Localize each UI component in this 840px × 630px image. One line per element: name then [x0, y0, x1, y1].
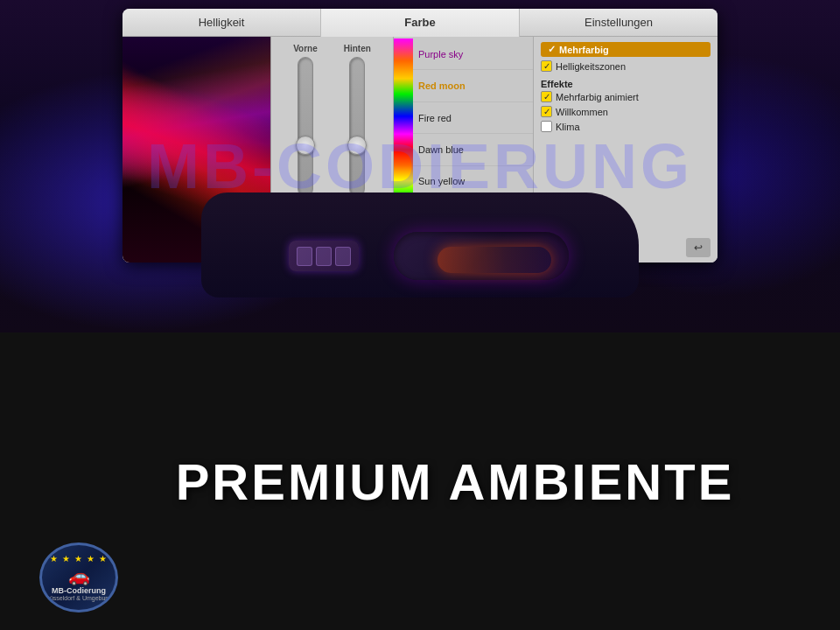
top-section: Helligkeit Farbe Einstellungen Vorne 16 — [0, 0, 840, 332]
window-btn-3[interactable] — [335, 247, 351, 266]
klima-label: Klima — [556, 122, 580, 132]
helligkeitszonen-label: Helligkeitszonen — [556, 61, 626, 72]
mehrfarbig-animiert-checkbox[interactable]: ✓ — [541, 91, 552, 102]
slider-hinten-track[interactable] — [349, 57, 365, 197]
logo-name: MB-Codierung — [52, 586, 106, 595]
willkommen-checkbox[interactable]: ✓ — [541, 106, 552, 117]
door-handle-area — [201, 192, 639, 298]
mehrfarbig-selected[interactable]: ✓ Mehrfarbig — [541, 42, 710, 57]
tab-helligkeit[interactable]: Helligkeit — [122, 9, 321, 37]
logo-stars: ★ ★ ★ ★ ★ — [50, 554, 107, 564]
slider-vorne-track[interactable] — [298, 57, 313, 197]
premium-ambiente-text: PREMIUM AMBIENTE — [176, 452, 735, 511]
door-handle — [394, 232, 569, 280]
color-item-red-moon[interactable]: Red moon — [413, 70, 533, 102]
klima-item[interactable]: Klima — [541, 121, 710, 132]
mehrfarbig-animiert-item[interactable]: ✓ Mehrfarbig animiert — [541, 91, 710, 102]
mehrfarbig-label: Mehrfarbig — [559, 45, 609, 55]
back-button[interactable]: ↩ — [686, 238, 710, 257]
color-item-fire-red[interactable]: Fire red — [413, 102, 533, 134]
slider-vorne-thumb[interactable] — [296, 136, 315, 155]
klima-checkbox[interactable] — [541, 121, 552, 132]
back-icon: ↩ — [694, 242, 703, 254]
window-btn-2[interactable] — [316, 247, 332, 266]
willkommen-item[interactable]: ✓ Willkommen — [541, 106, 710, 117]
slider-hinten-thumb[interactable] — [347, 136, 367, 155]
color-item-dawn-blue[interactable]: Dawn blue — [413, 134, 533, 165]
effekte-section-label: Effekte — [541, 79, 710, 89]
checkmark-icon: ✓ — [548, 44, 556, 55]
slider-hinten-label: Hinten — [344, 44, 371, 53]
window-controls[interactable] — [289, 241, 359, 271]
window-btn-1[interactable] — [297, 247, 312, 266]
slider-vorne-label: Vorne — [293, 44, 318, 53]
logo-subtitle: Düsseldorf & Umgebung — [46, 595, 112, 601]
door-handle-inner — [438, 247, 551, 273]
tab-einstellungen[interactable]: Einstellungen — [520, 9, 718, 37]
color-item-purple-sky[interactable]: Purple sky — [413, 38, 533, 70]
tab-farbe[interactable]: Farbe — [321, 9, 520, 37]
tab-bar: Helligkeit Farbe Einstellungen — [122, 9, 718, 37]
mehrfarbig-animiert-label: Mehrfarbig animiert — [556, 92, 639, 102]
logo-badge: ★ ★ ★ ★ ★ 🚗 MB-Codierung Düsseldorf & Um… — [26, 542, 131, 612]
logo-circle: ★ ★ ★ ★ ★ 🚗 MB-Codierung Düsseldorf & Um… — [39, 542, 118, 612]
helligkeitszonen-item[interactable]: ✓ Helligkeitszonen — [541, 60, 710, 72]
car-icon: 🚗 — [68, 565, 90, 586]
helligkeitszonen-checkbox[interactable]: ✓ — [541, 60, 552, 72]
willkommen-label: Willkommen — [556, 107, 608, 117]
bottom-section: ★ ★ ★ ★ ★ 🚗 MB-Codierung Düsseldorf & Um… — [0, 332, 840, 630]
